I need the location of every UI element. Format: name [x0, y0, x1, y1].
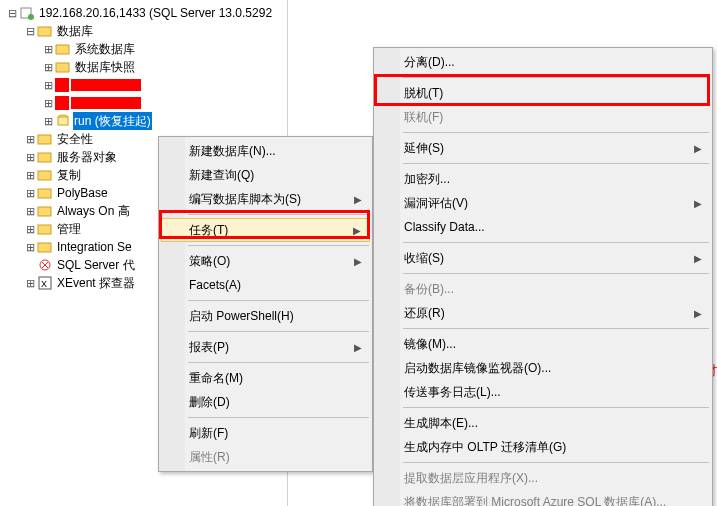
- menu-detach[interactable]: 分离(D)...: [376, 50, 710, 74]
- svg-rect-10: [38, 189, 51, 198]
- redacted-icon: [55, 78, 69, 92]
- menu-vulnerability-assessment[interactable]: 漏洞评估(V)▶: [376, 191, 710, 215]
- collapse-icon[interactable]: ⊟: [24, 22, 37, 40]
- svg-rect-6: [58, 117, 68, 125]
- folder-icon: [37, 221, 53, 237]
- menu-backup: 备份(B)...: [376, 277, 710, 301]
- folder-icon: [55, 41, 71, 57]
- menu-separator: [403, 328, 709, 329]
- menu-separator: [403, 462, 709, 463]
- server-icon: [19, 5, 35, 21]
- menu-bring-online: 联机(F): [376, 105, 710, 129]
- redacted-text: [71, 97, 141, 109]
- folder-icon: [37, 203, 53, 219]
- folder-icon: [37, 149, 53, 165]
- submenu-arrow-icon: ▶: [354, 342, 362, 353]
- menu-restore[interactable]: 还原(R)▶: [376, 301, 710, 325]
- submenu-arrow-icon: ▶: [354, 256, 362, 267]
- expand-icon[interactable]: ⊞: [24, 148, 37, 166]
- menu-separator: [188, 362, 369, 363]
- database-icon: [55, 113, 71, 129]
- folder-icon: [55, 59, 71, 75]
- redacted-icon: [55, 96, 69, 110]
- menu-separator: [188, 417, 369, 418]
- menu-separator: [403, 273, 709, 274]
- expand-icon[interactable]: ⊞: [42, 40, 55, 58]
- xevent-icon: X: [37, 275, 53, 291]
- menu-separator: [403, 163, 709, 164]
- menu-stretch[interactable]: 延伸(S)▶: [376, 136, 710, 160]
- databases-node[interactable]: ⊟ 数据库: [24, 22, 287, 40]
- selected-db-node[interactable]: ⊞ run (恢复挂起): [42, 112, 287, 130]
- expand-icon[interactable]: ⊞: [42, 76, 55, 94]
- svg-rect-4: [56, 63, 69, 72]
- expand-icon[interactable]: ⊞: [42, 112, 55, 130]
- menu-classify-data[interactable]: Classify Data...: [376, 215, 710, 239]
- redacted-db-node-2[interactable]: ⊞: [42, 94, 287, 112]
- submenu-arrow-icon: ▶: [694, 308, 702, 319]
- redacted-text: [71, 79, 141, 91]
- menu-deploy-azure: 将数据库部署到 Microsoft Azure SQL 数据库(A)...: [376, 490, 710, 506]
- svg-rect-13: [38, 243, 51, 252]
- db-snapshots-node[interactable]: ⊞ 数据库快照: [42, 58, 287, 76]
- expand-icon[interactable]: ⊞: [24, 202, 37, 220]
- database-context-menu: 新建数据库(N)... 新建查询(Q) 编写数据库脚本为(S)▶ 任务(T)▶ …: [158, 136, 373, 472]
- expand-icon[interactable]: ⊞: [42, 58, 55, 76]
- submenu-arrow-icon: ▶: [694, 253, 702, 264]
- expand-icon[interactable]: ⊞: [24, 130, 37, 148]
- menu-tasks[interactable]: 任务(T)▶: [161, 218, 370, 242]
- system-databases-node[interactable]: ⊞ 系统数据库: [42, 40, 287, 58]
- menu-take-offline[interactable]: 脱机(T): [376, 81, 710, 105]
- expand-icon[interactable]: ⊞: [42, 94, 55, 112]
- svg-text:X: X: [41, 279, 47, 289]
- menu-separator: [188, 331, 369, 332]
- menu-new-query[interactable]: 新建查询(Q): [161, 163, 370, 187]
- redacted-db-node-1[interactable]: ⊞: [42, 76, 287, 94]
- menu-launch-mirror-monitor[interactable]: 启动数据库镜像监视器(O)...: [376, 356, 710, 380]
- svg-rect-2: [38, 27, 51, 36]
- server-node[interactable]: ⊟ 192.168.20.16,1433 (SQL Server 13.0.52…: [6, 4, 287, 22]
- folder-icon: [37, 131, 53, 147]
- submenu-arrow-icon: ▶: [694, 143, 702, 154]
- submenu-arrow-icon: ▶: [354, 194, 362, 205]
- submenu-arrow-icon: ▶: [694, 198, 702, 209]
- svg-rect-3: [56, 45, 69, 54]
- svg-rect-7: [38, 135, 51, 144]
- collapse-icon[interactable]: ⊟: [6, 4, 19, 22]
- menu-rename[interactable]: 重命名(M): [161, 366, 370, 390]
- folder-icon: [37, 167, 53, 183]
- menu-encrypt-columns[interactable]: 加密列...: [376, 167, 710, 191]
- menu-separator: [403, 242, 709, 243]
- expand-icon[interactable]: ⊞: [24, 184, 37, 202]
- menu-separator: [188, 245, 369, 246]
- menu-reports[interactable]: 报表(P)▶: [161, 335, 370, 359]
- folder-icon: [37, 185, 53, 201]
- menu-separator: [188, 300, 369, 301]
- menu-facets[interactable]: Facets(A): [161, 273, 370, 297]
- agent-icon: [37, 257, 53, 273]
- menu-script-database-as[interactable]: 编写数据库脚本为(S)▶: [161, 187, 370, 211]
- expand-icon[interactable]: ⊞: [24, 166, 37, 184]
- expand-icon[interactable]: ⊞: [24, 220, 37, 238]
- expand-icon[interactable]: ⊞: [24, 238, 37, 256]
- submenu-arrow-icon: ▶: [353, 225, 361, 236]
- svg-point-1: [28, 14, 34, 20]
- menu-start-powershell[interactable]: 启动 PowerShell(H): [161, 304, 370, 328]
- menu-ship-transaction-logs[interactable]: 传送事务日志(L)...: [376, 380, 710, 404]
- svg-rect-9: [38, 171, 51, 180]
- menu-delete[interactable]: 删除(D): [161, 390, 370, 414]
- server-label: 192.168.20.16,1433 (SQL Server 13.0.5292: [37, 4, 274, 22]
- menu-properties: 属性(R): [161, 445, 370, 469]
- tasks-submenu: 分离(D)... 脱机(T) 联机(F) 延伸(S)▶ 加密列... 漏洞评估(…: [373, 47, 713, 506]
- menu-mirror[interactable]: 镜像(M)...: [376, 332, 710, 356]
- expand-icon[interactable]: ⊞: [24, 274, 37, 292]
- menu-policies[interactable]: 策略(O)▶: [161, 249, 370, 273]
- svg-rect-8: [38, 153, 51, 162]
- menu-refresh[interactable]: 刷新(F): [161, 421, 370, 445]
- menu-generate-oltp-checklist[interactable]: 生成内存中 OLTP 迁移清单(G): [376, 435, 710, 459]
- menu-separator: [403, 77, 709, 78]
- menu-shrink[interactable]: 收缩(S)▶: [376, 246, 710, 270]
- menu-new-database[interactable]: 新建数据库(N)...: [161, 139, 370, 163]
- folder-icon: [37, 239, 53, 255]
- menu-generate-scripts[interactable]: 生成脚本(E)...: [376, 411, 710, 435]
